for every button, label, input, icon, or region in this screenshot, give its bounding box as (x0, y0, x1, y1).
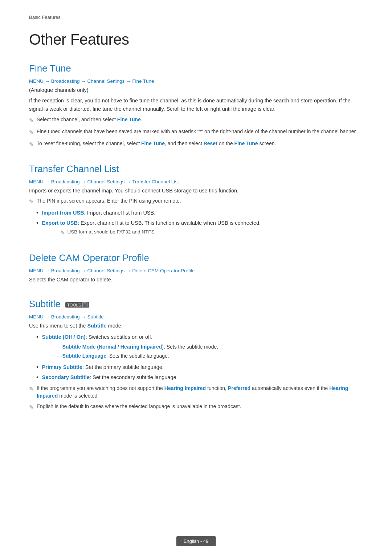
subtitle-bullet-2: Primary Subtitle: Set the primary subtit… (36, 363, 363, 371)
subtitle-bullet-list: Subtitle (Off / On): Switches subtitles … (36, 333, 363, 382)
subtitle-note-1-text: If the programme you are watching does n… (37, 385, 363, 400)
menu-path-text[interactable]: MENU → Broadcasting → Channel Settings →… (29, 78, 154, 84)
fine-tune-note-1-text: Select the channel, and then select Fine… (37, 116, 142, 123)
menu-path-fine-tune: MENU → Broadcasting → Channel Settings →… (29, 78, 363, 84)
menu-path-subtitle: MENU → Broadcasting → Subtitle (29, 314, 363, 320)
tools-icon: ⊡ (82, 302, 87, 307)
usb-format-note: USB format should be FAT32 and NTFS. (68, 228, 156, 236)
subtitle-off-on-link: Subtitle (Off / On) (42, 334, 86, 340)
fine-tune-link-reset-3: Fine Tune (234, 141, 258, 146)
section-transfer-channel: Transfer Channel List MENU → Broadcastin… (29, 163, 363, 238)
section-title-fine-tune: Fine Tune (29, 63, 363, 74)
fine-tune-note-3-text: To reset fine-tuning, select the channel… (37, 140, 276, 147)
breadcrumb: Basic Features (29, 15, 363, 20)
subtitle-mode-link: Subtitle Mode (62, 344, 96, 350)
fine-tune-note-2: ✎ Fine tuned channels that have been sav… (29, 128, 363, 137)
section-title-transfer: Transfer Channel List (29, 163, 363, 175)
transfer-bullet-1: Import from USB: Import channel list fro… (36, 209, 363, 217)
section-delete-cam: Delete CAM Operator Profile MENU → Broad… (29, 252, 363, 284)
fine-tune-link-1: Fine Tune (117, 117, 141, 122)
subtitle-mode-item: Subtitle Mode (Normal / Hearing Impaired… (53, 343, 218, 351)
subtitle-language-link: Subtitle Language (62, 353, 106, 359)
hearing-impaired-link-1: Hearing Impaired (121, 344, 162, 350)
page-title: Other Features (29, 31, 363, 48)
subtitle-note-2: ✎ English is the default in cases where … (29, 403, 363, 412)
subtitle-bullet-3: Secondary Subtitle: Set the secondary su… (36, 374, 363, 382)
page-footer: English - 49 (176, 536, 216, 546)
fine-tune-note-3: ✎ To reset fine-tuning, select the chann… (29, 140, 363, 149)
subtitle-body: Use this menu to set the Subtitle mode. (29, 322, 363, 330)
section-subtitle: Subtitle TOOLS⊡ MENU → Broadcasting → Su… (29, 298, 363, 411)
pencil-icon-subtitle-1: ✎ (29, 385, 34, 394)
pencil-icon-3: ✎ (29, 140, 34, 149)
subtitle-note-1: ✎ If the programme you are watching does… (29, 385, 363, 400)
transfer-subnote: ✎ USB format should be FAT32 and NTFS. (60, 228, 261, 236)
fine-tune-body: If the reception is clear, you do not ha… (29, 97, 363, 113)
subtitle-body-link: Subtitle (87, 323, 106, 329)
normal-link: Normal (99, 344, 116, 350)
menu-path-cam-text[interactable]: MENU → Broadcasting → Channel Settings →… (29, 268, 195, 273)
subtitle-note-2-text: English is the default in cases where th… (37, 403, 241, 410)
pencil-icon-transfer: ✎ (29, 198, 34, 206)
subtitle-heading-text: Subtitle (29, 298, 61, 309)
tools-badge: TOOLS⊡ (65, 302, 89, 308)
hearing-impaired-link-2: Hearing Impaired (164, 385, 206, 391)
menu-path-transfer-text[interactable]: MENU → Broadcasting → Channel Settings →… (29, 179, 179, 184)
fine-tune-link-reset-2: Reset (204, 141, 217, 146)
pencil-icon-usb: ✎ (60, 229, 65, 236)
section-fine-tune: Fine Tune MENU → Broadcasting → Channel … (29, 63, 363, 149)
fine-tune-note-1: ✎ Select the channel, and then select Fi… (29, 116, 363, 125)
transfer-bullet-list: Import from USB: Import channel list fro… (36, 209, 363, 238)
transfer-bullet-2: Export to USB: Export channel list to US… (36, 219, 363, 238)
secondary-subtitle-link: Secondary Subtitle (42, 374, 90, 380)
subtitle-sub-list: Subtitle Mode (Normal / Hearing Impaired… (53, 343, 218, 360)
menu-path-subtitle-text[interactable]: MENU → Broadcasting → Subtitle (29, 314, 104, 320)
primary-subtitle-link: Primary Subtitle (42, 364, 82, 370)
fine-tune-link-reset-1: Fine Tune (141, 141, 165, 146)
tools-label: TOOLS (67, 303, 81, 307)
subtitle-language-item: Subtitle Language: Sets the subtitle lan… (53, 352, 218, 360)
fine-tune-subtitle: (Analogue channels only) (29, 86, 363, 94)
section-title-cam: Delete CAM Operator Profile (29, 252, 363, 264)
subtitle-bullet-1: Subtitle (Off / On): Switches subtitles … (36, 333, 363, 362)
section-title-subtitle: Subtitle TOOLS⊡ (29, 298, 363, 310)
export-usb-link: Export to USB (42, 220, 78, 226)
preferred-link: Preferred (228, 385, 250, 391)
menu-path-transfer: MENU → Broadcasting → Channel Settings →… (29, 179, 363, 184)
cam-body: Selects the CAM operator to delete. (29, 276, 363, 284)
transfer-body: Imports or exports the channel map. You … (29, 187, 363, 195)
transfer-note-text: The PIN input screen appears. Enter the … (37, 197, 181, 205)
transfer-note-1: ✎ The PIN input screen appears. Enter th… (29, 197, 363, 206)
fine-tune-note-2-text: Fine tuned channels that have been saved… (37, 128, 357, 135)
pencil-icon-2: ✎ (29, 128, 34, 137)
menu-path-cam: MENU → Broadcasting → Channel Settings →… (29, 268, 363, 273)
import-usb-link: Import from USB (42, 210, 84, 216)
pencil-icon-subtitle-2: ✎ (29, 403, 34, 412)
pencil-icon-1: ✎ (29, 116, 34, 125)
